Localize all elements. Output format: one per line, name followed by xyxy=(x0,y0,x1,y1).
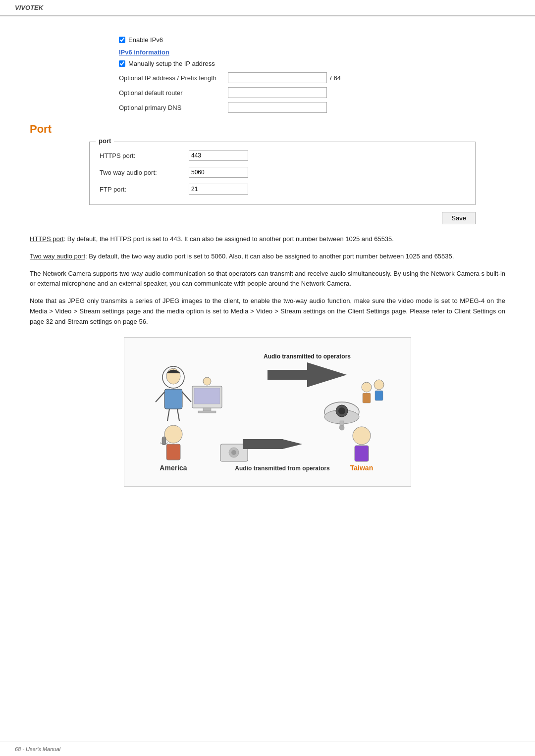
optional-router-input[interactable] xyxy=(228,87,327,98)
prefix-value: 64 xyxy=(334,74,341,82)
port-box-legend: port xyxy=(96,137,114,145)
ipv6-section: Enable IPv6 IPv6 information Manually se… xyxy=(119,36,505,113)
svg-point-21 xyxy=(339,425,344,430)
https-desc-text: : By default, the HTTPS port is set to 4… xyxy=(64,235,394,243)
main-content: Enable IPv6 IPv6 information Manually se… xyxy=(0,16,535,526)
prefix-separator: / xyxy=(330,74,332,82)
port-heading: Port xyxy=(30,123,505,136)
ftp-port-input[interactable] xyxy=(189,184,248,195)
footer: 68 - User's Manual xyxy=(0,742,535,756)
optional-ip-input[interactable] xyxy=(228,72,327,83)
svg-text:Audio transmitted from operato: Audio transmitted from operators xyxy=(235,465,330,472)
network-desc-para: The Network Camera supports two way audi… xyxy=(30,269,505,290)
header: VIVOTEK xyxy=(0,0,535,16)
audio-diagram: Audio transmitted to operators xyxy=(124,337,411,487)
svg-text:America: America xyxy=(160,464,187,472)
description-section: HTTPS port: By default, the HTTPS port i… xyxy=(30,234,505,327)
optional-dns-input[interactable] xyxy=(228,102,327,113)
https-port-input[interactable] xyxy=(189,150,248,161)
two-way-desc-para: Two way audio port: By default, the two … xyxy=(30,252,505,262)
ftp-port-row: FTP port: xyxy=(100,184,465,195)
svg-rect-36 xyxy=(355,446,369,461)
svg-rect-10 xyxy=(203,408,211,411)
svg-rect-11 xyxy=(198,411,216,413)
two-way-desc-text: : By default, the two way audio port is … xyxy=(85,252,454,260)
svg-point-12 xyxy=(203,377,211,385)
optional-ip-row: Optional IP address / Prefix length / 64 xyxy=(119,72,505,83)
save-row: Save xyxy=(30,212,476,224)
svg-rect-27 xyxy=(166,444,180,460)
optional-router-row: Optional default router xyxy=(119,87,505,98)
diagram-svg: Audio transmitted to operators xyxy=(134,348,401,476)
optional-ip-label: Optional IP address / Prefix length xyxy=(119,74,228,82)
port-box: port HTTPS port: Two way audio port: FTP… xyxy=(89,142,476,205)
two-way-port-input[interactable] xyxy=(189,167,248,178)
manually-setup-label: Manually setup the IP address xyxy=(128,60,215,67)
enable-ipv6-row: Enable IPv6 xyxy=(119,36,505,44)
https-port-row: HTTPS port: xyxy=(100,150,465,161)
brand-label: VIVOTEK xyxy=(15,4,43,11)
https-desc-para: HTTPS port: By default, the HTTPS port i… xyxy=(30,234,505,245)
enable-ipv6-label: Enable IPv6 xyxy=(128,36,163,44)
svg-rect-3 xyxy=(164,389,182,409)
optional-dns-label: Optional primary DNS xyxy=(119,104,228,111)
enable-ipv6-checkbox[interactable] xyxy=(119,37,125,43)
svg-rect-28 xyxy=(162,437,166,445)
optional-dns-row: Optional primary DNS xyxy=(119,102,505,113)
svg-text:Audio transmitted to operators: Audio transmitted to operators xyxy=(264,353,351,360)
footer-page-label: 68 - User's Manual xyxy=(15,746,60,752)
svg-rect-9 xyxy=(194,388,220,404)
two-way-port-row: Two way audio port: xyxy=(100,167,465,178)
svg-point-35 xyxy=(353,427,371,445)
svg-rect-23 xyxy=(363,393,371,403)
svg-text:Taiwan: Taiwan xyxy=(350,464,373,472)
svg-point-24 xyxy=(374,380,384,390)
two-way-desc-link: Two way audio port xyxy=(30,252,85,260)
svg-point-19 xyxy=(338,407,345,414)
https-port-label: HTTPS port: xyxy=(100,152,189,159)
save-button[interactable]: Save xyxy=(442,212,476,224)
svg-rect-14 xyxy=(268,370,308,380)
manually-setup-row: Manually setup the IP address xyxy=(119,60,505,67)
jpeg-desc-para: Note that as JPEG only transmits a serie… xyxy=(30,296,505,327)
svg-point-31 xyxy=(231,450,236,455)
https-desc-link: HTTPS port xyxy=(30,235,64,243)
two-way-port-label: Two way audio port: xyxy=(100,169,189,176)
svg-rect-25 xyxy=(375,391,383,401)
svg-point-26 xyxy=(164,425,182,443)
ftp-port-label: FTP port: xyxy=(100,186,189,193)
svg-point-22 xyxy=(362,382,372,392)
ipv6-info-link[interactable]: IPv6 information xyxy=(119,49,505,56)
optional-router-label: Optional default router xyxy=(119,89,228,97)
manually-setup-checkbox[interactable] xyxy=(119,60,125,67)
